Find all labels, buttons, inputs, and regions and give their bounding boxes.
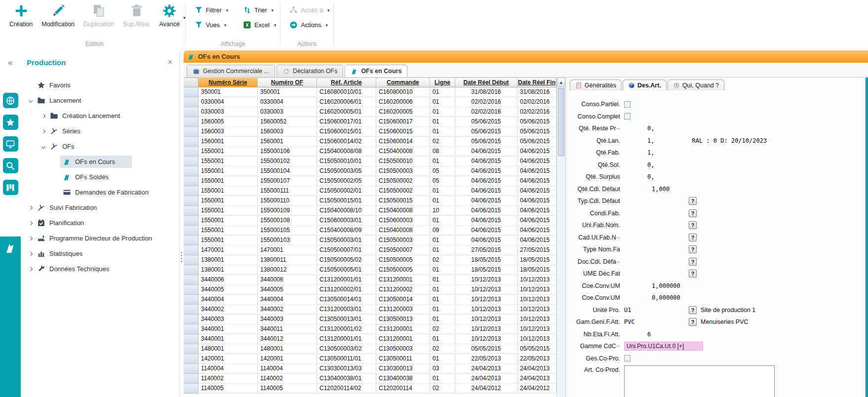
tree-expander[interactable]	[27, 268, 35, 271]
tree-expander[interactable]	[39, 130, 47, 133]
actions-button[interactable]: Actions▾	[289, 21, 329, 29]
row-selector-cell[interactable]	[184, 315, 198, 324]
table-row[interactable]: 138000113800011C150500005/02C15050000502…	[184, 255, 556, 265]
column-header-numero-serie[interactable]: Numéro Série	[198, 78, 258, 87]
table-row[interactable]: 34400063440006C131200001/01C131200001011…	[184, 275, 556, 285]
sidebar-item-programme-directeur-de-production[interactable]: Programme Directeur de Production	[21, 231, 179, 246]
lookup-button[interactable]: ?	[689, 197, 697, 205]
column-header-date-reel-fin[interactable]: Date Réel Fin	[517, 78, 556, 87]
tree-expander[interactable]	[27, 206, 35, 209]
avance-button[interactable]: Avancé▾	[155, 2, 184, 29]
field-code-value[interactable]: PVC	[624, 318, 689, 325]
sidebar-item-ofs-soldes[interactable]: OFs Soldés	[21, 169, 179, 185]
table-row[interactable]: 138000113800012C150500005/01C15050000501…	[184, 265, 556, 275]
row-selector-cell[interactable]	[184, 107, 198, 117]
row-selector-cell[interactable]	[184, 176, 198, 186]
table-row[interactable]: 03300030330003C160200005/01C160200005010…	[184, 107, 556, 117]
table-row[interactable]: 14800011480001C130500003/02C130500003020…	[184, 344, 556, 354]
table-row[interactable]: 1550001155000110C150500015/01C1505000150…	[184, 196, 556, 206]
row-selector-cell[interactable]	[184, 354, 198, 364]
field-code-value[interactable]: U1	[624, 307, 689, 314]
table-row[interactable]: 11400021140002C130400038/01C130400038012…	[184, 374, 556, 384]
modification-button[interactable]: Modification	[37, 2, 79, 29]
row-selector-cell[interactable]	[184, 216, 198, 226]
row-selector-cell[interactable]	[184, 265, 198, 275]
tab-declaration-ofs[interactable]: Déclaration OFs	[276, 65, 343, 77]
excel-button[interactable]: Excel▾	[243, 21, 276, 29]
table-row[interactable]: 1550001155000111C150500002/01C1505000020…	[184, 186, 556, 196]
filtrer-button[interactable]: Filtrer▾	[195, 6, 228, 14]
tree-expander[interactable]	[27, 99, 35, 102]
field-number-value[interactable]: 0,000000	[624, 294, 680, 301]
sidebar-item-planification[interactable]: Planification	[21, 215, 179, 231]
row-selector-cell[interactable]	[184, 334, 198, 344]
column-header-commande[interactable]: Commande	[376, 78, 430, 87]
row-selector-cell[interactable]	[184, 196, 198, 206]
detail-tab-qui-quand[interactable]: Qui, Quand ?	[668, 79, 724, 90]
tab-ofs-en-cours[interactable]: OFs en Cours	[345, 65, 407, 77]
column-header-ref-article[interactable]: Réf. Article	[317, 78, 376, 87]
table-row[interactable]: 14700011470001C150500007/01C150500007012…	[184, 245, 556, 255]
table-row[interactable]: 11400041140004C130300013/03C130300013032…	[184, 364, 556, 374]
table-row[interactable]: 15600031560003C150600015/01C150600015010…	[184, 127, 556, 137]
detail-tab-des-art[interactable]: Des.Art.	[623, 79, 667, 90]
column-header-date-reel-debut[interactable]: Date Réel Début	[455, 78, 517, 87]
row-selector-cell[interactable]	[184, 305, 198, 315]
select-all-cell[interactable]	[184, 78, 198, 87]
row-selector-cell[interactable]	[184, 147, 198, 157]
sidebar-item-demandes-de-fabrication[interactable]: Demandes de Fabrication	[21, 185, 179, 200]
detail-scrollbar[interactable]	[866, 78, 868, 397]
table-row[interactable]: 34400023440002C131200003/01C131200003011…	[184, 305, 556, 315]
row-selector-cell[interactable]	[184, 157, 198, 166]
co-product-textarea[interactable]	[624, 365, 775, 397]
row-selector-cell[interactable]	[184, 236, 198, 245]
field-number-value[interactable]: 1,	[624, 149, 654, 156]
sidebar-item-lancement[interactable]: Lancement	[21, 93, 179, 108]
row-selector-cell[interactable]	[184, 324, 198, 334]
sidebar-item-ofs-en-cours[interactable]: OFs en Cours	[21, 154, 179, 169]
conso-partiel-checkbox[interactable]	[624, 101, 631, 108]
tree-expander[interactable]	[27, 252, 35, 255]
table-row[interactable]: 34400013440011C131200001/02C131200001021…	[184, 324, 556, 334]
field-number-value[interactable]: 1,000000	[624, 282, 680, 289]
scroll-up-icon[interactable]: ▲	[557, 78, 565, 87]
sidebar-item-ofs[interactable]: OFs	[21, 139, 179, 154]
close-icon[interactable]: ×	[168, 58, 172, 67]
lookup-button[interactable]: ?	[689, 270, 697, 278]
field-number-value[interactable]: 0,	[624, 125, 654, 132]
row-selector-cell[interactable]	[184, 87, 198, 97]
tree-expander[interactable]	[27, 237, 35, 240]
table-row[interactable]: 1550001155000108C150600003/01C1506000030…	[184, 216, 556, 226]
lookup-button[interactable]: ?	[689, 221, 697, 229]
row-selector-cell[interactable]	[184, 206, 198, 216]
table-row[interactable]: 34400013440012C131200001/01C131200001011…	[184, 334, 556, 344]
sidebar-item-suivi-fabrication[interactable]: Suivi Fabrication	[21, 200, 179, 215]
sidebar-item-statistiques[interactable]: Statistiques	[21, 246, 179, 261]
kanban-module-button[interactable]	[3, 180, 18, 195]
table-row[interactable]: 1550001155000106C150400008/08C1504000080…	[184, 147, 556, 157]
table-row[interactable]: 1550001155000102C150500010/01C1505000100…	[184, 157, 556, 166]
row-selector-cell[interactable]	[184, 127, 198, 137]
row-selector-cell[interactable]	[184, 245, 198, 255]
table-row[interactable]: 1550001155000104C150500003/05C1505000030…	[184, 166, 556, 176]
table-row[interactable]: 350001350001C160800010/01C1608000100131/…	[184, 87, 556, 97]
lookup-button[interactable]: ?	[689, 258, 697, 266]
row-selector-cell[interactable]	[184, 275, 198, 285]
collapse-sidebar-button[interactable]: «	[8, 58, 12, 67]
row-selector-cell[interactable]	[184, 226, 198, 236]
row-selector-cell[interactable]	[184, 166, 198, 176]
table-row[interactable]: 34400053440005C131200002/01C131200002011…	[184, 285, 556, 295]
vues-button[interactable]: Vues▾	[195, 21, 228, 29]
table-row[interactable]: 156000515600052C150600017/01C15060001701…	[184, 117, 556, 127]
sidebar-item-series[interactable]: Séries	[21, 123, 179, 139]
table-row[interactable]: 1550001155000107C150500002/05C1505000020…	[184, 176, 556, 186]
column-header-ligne[interactable]: Ligne	[430, 78, 455, 87]
ges-co-pro-checkbox[interactable]	[624, 355, 631, 361]
field-number-value[interactable]: 1,000	[624, 186, 670, 193]
tree-expander[interactable]	[27, 222, 35, 225]
row-selector-cell[interactable]	[184, 295, 198, 305]
table-scrollbar[interactable]: ▲	[556, 78, 565, 397]
sidebar-item-favoris[interactable]: Favoris	[21, 78, 179, 93]
table-row[interactable]: 03300040330004C160200006/01C160200006010…	[184, 97, 556, 107]
lookup-button[interactable]: ?	[689, 318, 697, 326]
